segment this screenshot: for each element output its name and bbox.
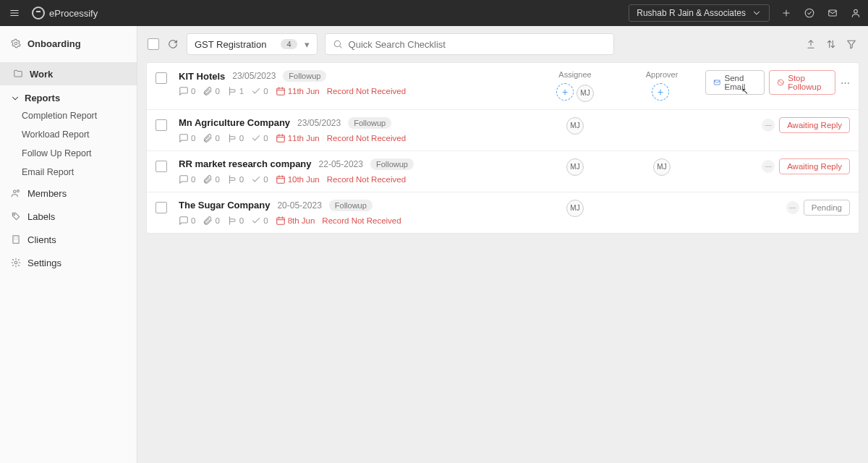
- awaiting-reply-badge[interactable]: Awaiting Reply: [779, 117, 850, 133]
- subtask1-count: 1: [227, 86, 244, 96]
- chevron-down-icon: ▾: [305, 39, 310, 50]
- awaiting-reply-badge[interactable]: Awaiting Reply: [779, 158, 850, 174]
- due-date: 11th Jun: [276, 86, 320, 96]
- toolbar: GST Registration 4 ▾: [137, 26, 868, 62]
- svg-rect-12: [13, 236, 19, 244]
- comment-count: 0: [179, 174, 195, 184]
- sidebar-sub-completion[interactable]: Completion Report: [0, 106, 137, 125]
- row-checkbox[interactable]: [156, 119, 167, 131]
- svg-point-5: [805, 9, 814, 17]
- work-row[interactable]: The Sugar Company20-05-2023Followup00008…: [147, 192, 859, 233]
- svg-point-7: [854, 9, 858, 13]
- sidebar-label: Settings: [27, 258, 61, 268]
- assignee-column: MJ: [532, 158, 618, 176]
- assignee-avatar[interactable]: MJ: [566, 158, 584, 176]
- work-row[interactable]: Mn Agriculture Company23/05/2023Followup…: [147, 110, 859, 151]
- svg-point-8: [14, 42, 17, 45]
- folder-icon: [12, 68, 24, 80]
- sidebar-sub-workload[interactable]: Workload Report: [0, 125, 137, 144]
- sidebar-label: Members: [27, 188, 67, 199]
- row-date: 22-05-2023: [319, 159, 363, 169]
- sidebar-item-labels[interactable]: Labels: [0, 205, 137, 228]
- svg-point-17: [14, 261, 17, 264]
- assignee-avatar[interactable]: MJ: [566, 117, 584, 135]
- sidebar-item-work[interactable]: Work: [0, 62, 137, 85]
- svg-point-10: [17, 190, 19, 192]
- actions-column: —Awaiting Reply: [705, 117, 850, 133]
- svg-point-11: [14, 214, 15, 216]
- row-badge: Followup: [283, 70, 326, 82]
- sidebar-sub-followup[interactable]: Follow Up Report: [0, 144, 137, 163]
- checklist-count: 4: [281, 39, 297, 49]
- svg-marker-20: [848, 41, 856, 48]
- more-icon[interactable]: ⋯: [840, 76, 850, 89]
- sort-icon[interactable]: [825, 38, 838, 51]
- actions-column: —Pending: [705, 200, 850, 216]
- actions-column: —Awaiting Reply: [705, 158, 850, 174]
- sidebar-sub-email[interactable]: Email Report: [0, 163, 137, 182]
- assignee-column: MJ: [532, 117, 618, 135]
- chevron-down-icon: [752, 8, 762, 18]
- actions-column: Send EmailStop Followup⋯: [705, 70, 850, 95]
- sidebar-label: Clients: [27, 234, 56, 245]
- svg-rect-28: [276, 135, 284, 141]
- approver-header: Approver: [618, 70, 705, 79]
- refresh-button[interactable]: [166, 38, 179, 51]
- row-badge: Followup: [348, 117, 391, 129]
- select-all-checkbox[interactable]: [148, 38, 159, 50]
- subtask1-count: 0: [227, 216, 244, 226]
- work-row[interactable]: KIT Hotels23/05/2023Followup001011th Jun…: [147, 63, 859, 110]
- sidebar-item-settings[interactable]: Settings: [0, 251, 137, 274]
- svg-rect-21: [276, 88, 284, 95]
- subtask2-count: 0: [251, 216, 268, 226]
- row-body: Mn Agriculture Company23/05/2023Followup…: [179, 117, 532, 143]
- row-date: 20-05-2023: [277, 200, 321, 211]
- svg-line-19: [339, 46, 341, 48]
- row-checkbox[interactable]: [156, 161, 167, 172]
- filter-icon[interactable]: [845, 38, 858, 51]
- stop-followup-button[interactable]: Stop Followup: [769, 70, 835, 95]
- row-date: 23/05/2023: [297, 118, 341, 128]
- status-indicator: —: [762, 119, 775, 132]
- subtask1-count: 0: [227, 133, 244, 143]
- org-selector[interactable]: Rushab R Jain & Associates: [629, 4, 770, 22]
- search-input[interactable]: [349, 39, 606, 50]
- status-indicator: —: [762, 160, 775, 173]
- org-name: Rushab R Jain & Associates: [637, 8, 746, 18]
- hamburger-menu[interactable]: [6, 4, 23, 22]
- export-icon[interactable]: [804, 38, 817, 51]
- row-checkbox[interactable]: [156, 72, 167, 84]
- tag-icon: [10, 211, 22, 222]
- due-date: 11th Jun: [276, 133, 320, 143]
- work-row[interactable]: RR market research company22-05-2023Foll…: [147, 151, 859, 192]
- send-email-button[interactable]: Send Email: [705, 70, 765, 95]
- sidebar-section-reports[interactable]: Reports: [0, 85, 137, 106]
- approver-column: MJ: [618, 158, 705, 176]
- subtask2-count: 0: [251, 174, 268, 184]
- users-icon: [10, 187, 22, 199]
- add-assignee-button[interactable]: +: [556, 83, 574, 101]
- assignee-avatar[interactable]: MJ: [566, 200, 584, 217]
- attachment-count: 0: [203, 174, 219, 184]
- check-circle-icon[interactable]: [803, 7, 816, 20]
- sidebar-item-onboarding[interactable]: Onboarding: [0, 32, 137, 55]
- approver-avatar[interactable]: MJ: [653, 158, 671, 176]
- building-icon: [10, 234, 22, 245]
- search-box[interactable]: [325, 33, 614, 55]
- assignee-avatar[interactable]: MJ: [576, 85, 594, 102]
- record-status: Record Not Received: [327, 175, 406, 184]
- mail-icon[interactable]: [826, 7, 839, 20]
- status-indicator: —: [786, 201, 799, 214]
- sidebar-item-clients[interactable]: Clients: [0, 228, 137, 251]
- add-icon[interactable]: [780, 7, 793, 20]
- checklist-selector[interactable]: GST Registration 4 ▾: [187, 33, 318, 55]
- sidebar-item-members[interactable]: Members: [0, 182, 137, 205]
- user-icon[interactable]: [849, 7, 862, 20]
- record-status: Record Not Received: [322, 216, 401, 225]
- comment-count: 0: [179, 133, 195, 143]
- add-approver-button[interactable]: +: [652, 83, 669, 101]
- pending-badge[interactable]: Pending: [804, 200, 850, 216]
- row-meta: 00008th JunRecord Not Received: [179, 216, 532, 226]
- row-title: RR market research company: [179, 158, 312, 169]
- row-checkbox[interactable]: [156, 202, 167, 213]
